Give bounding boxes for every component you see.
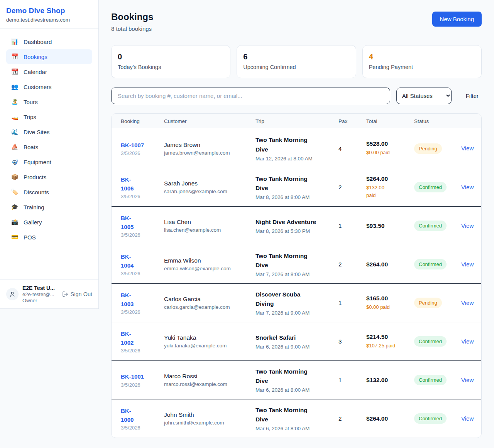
pax-count: 1 bbox=[338, 377, 366, 383]
status-select[interactable]: All Statuses bbox=[396, 88, 452, 104]
pax-count: 2 bbox=[338, 184, 366, 190]
sidebar-item-dashboard[interactable]: 📊 Dashboard bbox=[6, 34, 92, 49]
camera-icon: 📸 bbox=[11, 219, 19, 226]
trip-date: Mar 7, 2026 at 9:00 AM bbox=[255, 310, 335, 316]
shop-domain: demo.test.divestreams.com bbox=[6, 17, 92, 23]
shop-title: Demo Dive Shop bbox=[6, 7, 92, 15]
total-amount: $214.50 bbox=[366, 333, 410, 340]
booking-id-link[interactable]: BK- 1006 bbox=[121, 175, 160, 193]
column-header-pax: Pax bbox=[338, 114, 366, 129]
sailboat-icon: ⛵ bbox=[11, 143, 19, 150]
status-badge: Confirmed bbox=[414, 221, 447, 231]
view-link[interactable]: View bbox=[461, 300, 474, 306]
trip-date: Mar 6, 2026 at 8:00 AM bbox=[255, 387, 335, 393]
pax-count: 1 bbox=[338, 300, 366, 306]
booking-date: 3/5/2026 bbox=[121, 382, 160, 388]
customer-email: marco.rossi@example.com bbox=[164, 381, 252, 387]
filter-button[interactable]: Filter bbox=[463, 93, 482, 99]
trip-name: Two Tank Morning Dive bbox=[255, 135, 335, 154]
total-amount: $264.00 bbox=[366, 261, 410, 268]
sidebar-item-gallery[interactable]: 📸 Gallery bbox=[6, 215, 92, 229]
sidebar-item-products[interactable]: 📦 Products bbox=[6, 170, 92, 184]
total-amount: $165.00 bbox=[366, 295, 410, 302]
booking-id-link[interactable]: BK- 1002 bbox=[121, 329, 160, 347]
stats-row: 0 Today's Bookings 6 Upcoming Confirmed … bbox=[111, 45, 482, 78]
view-link[interactable]: View bbox=[461, 222, 474, 229]
sidebar-item-training[interactable]: 🎓 Training bbox=[6, 200, 92, 214]
view-link[interactable]: View bbox=[461, 377, 474, 383]
table-row: BK- 1004 3/5/2026 Emma Wilson emma.wilso… bbox=[112, 245, 481, 283]
sidebar-item-trips[interactable]: 🚤 Trips bbox=[6, 109, 92, 124]
calendar-icon: 📅 bbox=[11, 53, 19, 60]
sign-out-button[interactable]: Sign Out bbox=[62, 291, 92, 297]
stat-label-pending: Pending Payment bbox=[369, 64, 475, 70]
sidebar-item-equipment[interactable]: 🤿 Equipment bbox=[6, 155, 92, 169]
trip-date: Mar 8, 2026 at 5:30 PM bbox=[255, 228, 335, 234]
sidebar-item-label: Dive Sites bbox=[24, 129, 50, 135]
sidebar-item-label: POS bbox=[24, 234, 36, 241]
booking-date: 3/5/2026 bbox=[121, 232, 160, 238]
table-header-row: Booking Customer Trip Pax Total Status bbox=[112, 114, 481, 129]
booking-date: 3/5/2026 bbox=[121, 194, 160, 199]
view-link[interactable]: View bbox=[461, 261, 474, 268]
customer-name: Lisa Chen bbox=[164, 219, 252, 226]
customer-name: Sarah Jones bbox=[164, 180, 252, 187]
column-header-total: Total bbox=[366, 114, 414, 129]
sidebar-item-label: Training bbox=[24, 204, 44, 211]
sidebar-item-discounts[interactable]: 🏷️ Discounts bbox=[6, 185, 92, 199]
tear-off-calendar-icon: 📆 bbox=[11, 68, 19, 75]
status-badge: Confirmed bbox=[414, 336, 447, 347]
new-booking-button[interactable]: New Booking bbox=[432, 12, 482, 27]
customer-name: Yuki Tanaka bbox=[164, 334, 252, 341]
sidebar-nav: 📊 Dashboard 📅 Bookings 📆 Calendar 👥 Cust… bbox=[0, 29, 98, 280]
trip-date: Mar 8, 2026 at 8:00 AM bbox=[255, 194, 335, 200]
trip-name: Two Tank Morning Dive bbox=[255, 251, 335, 270]
sidebar-item-label: Calendar bbox=[24, 69, 47, 75]
booking-id-link[interactable]: BK- 1003 bbox=[121, 291, 160, 309]
column-header-actions bbox=[461, 117, 472, 126]
sidebar-footer: E2E Test U... e2e-tester@... Owner Sign … bbox=[0, 280, 98, 308]
booking-id-link[interactable]: BK- 1000 bbox=[121, 406, 160, 424]
trip-date: Mar 6, 2026 at 9:00 AM bbox=[255, 344, 335, 350]
booking-date: 3/5/2026 bbox=[121, 425, 160, 431]
column-header-trip: Trip bbox=[255, 114, 338, 129]
view-link[interactable]: View bbox=[461, 338, 474, 345]
sidebar-item-dive-sites[interactable]: 🌊 Dive Sites bbox=[6, 125, 92, 139]
paid-amount: $0.00 paid bbox=[366, 303, 410, 311]
trip-name: Discover Scuba Diving bbox=[255, 290, 335, 308]
view-link[interactable]: View bbox=[461, 145, 474, 152]
booking-id-link[interactable]: BK- 1004 bbox=[121, 252, 160, 270]
customer-email: emma.wilson@example.com bbox=[164, 266, 252, 271]
trip-date: Mar 7, 2026 at 8:00 AM bbox=[255, 271, 335, 277]
view-link[interactable]: View bbox=[461, 415, 474, 422]
sidebar-item-pos[interactable]: 💳 POS bbox=[6, 230, 92, 244]
tag-icon: 🏷️ bbox=[11, 189, 19, 195]
user-email: e2e-tester@... bbox=[22, 291, 55, 297]
table-row: BK-1001 3/5/2026 Marco Rossi marco.rossi… bbox=[112, 360, 481, 399]
sidebar-item-boats[interactable]: ⛵ Boats bbox=[6, 140, 92, 154]
trip-name: Two Tank Morning Dive bbox=[255, 367, 335, 386]
booking-id-link[interactable]: BK-1001 bbox=[121, 372, 160, 381]
sidebar-item-label: Products bbox=[24, 174, 46, 180]
booking-date: 3/5/2026 bbox=[121, 348, 160, 354]
sidebar-item-label: Equipment bbox=[24, 159, 51, 165]
stat-value-upcoming: 6 bbox=[243, 52, 349, 61]
pax-count: 2 bbox=[338, 415, 366, 422]
sidebar-item-calendar[interactable]: 📆 Calendar bbox=[6, 64, 92, 79]
booking-date: 3/5/2026 bbox=[121, 271, 160, 276]
sidebar-item-bookings[interactable]: 📅 Bookings bbox=[6, 49, 92, 64]
pax-count: 4 bbox=[338, 145, 366, 152]
view-link[interactable]: View bbox=[461, 184, 474, 190]
island-icon: 🏝️ bbox=[11, 98, 19, 105]
user-name: E2E Test U... bbox=[22, 285, 55, 291]
status-badge: Confirmed bbox=[414, 375, 447, 385]
sidebar-item-customers[interactable]: 👥 Customers bbox=[6, 79, 92, 94]
booking-id-link[interactable]: BK- 1005 bbox=[121, 214, 160, 232]
search-input[interactable] bbox=[111, 88, 390, 104]
customer-email: yuki.tanaka@example.com bbox=[164, 343, 252, 349]
sidebar-item-tours[interactable]: 🏝️ Tours bbox=[6, 94, 92, 109]
booking-id-link[interactable]: BK-1007 bbox=[121, 141, 160, 150]
trip-name: Night Dive Adventure bbox=[255, 217, 335, 227]
booking-date: 3/5/2026 bbox=[121, 150, 160, 156]
sign-out-label: Sign Out bbox=[71, 291, 92, 297]
